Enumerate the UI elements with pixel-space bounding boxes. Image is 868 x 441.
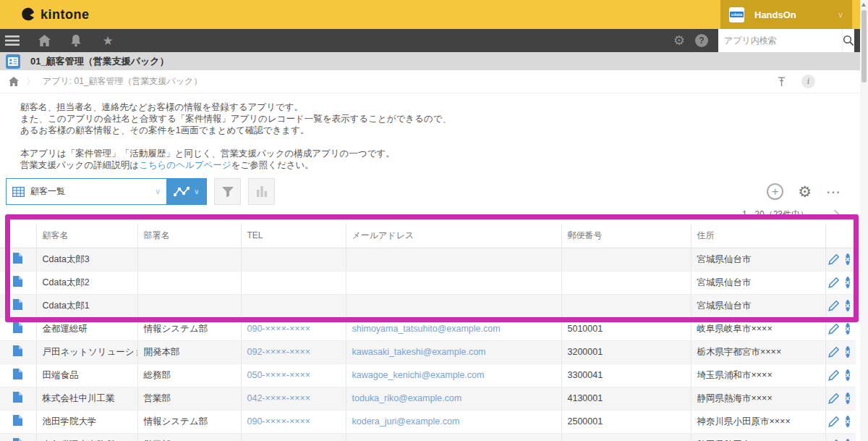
description-line: 本アプリは「案件管理」「活動履歴」と同じく、営業支援パックの構成アプリの一つです… [20, 148, 860, 159]
delete-record-icon[interactable]: × [846, 300, 850, 311]
help-page-link[interactable]: こちらのヘルプページ [139, 160, 231, 170]
delete-record-icon[interactable]: × [846, 369, 850, 381]
record-detail-icon[interactable] [13, 345, 22, 356]
hamburger-menu-icon[interactable] [4, 33, 20, 49]
record-detail-icon[interactable] [13, 438, 22, 441]
app-icon[interactable] [6, 54, 20, 69]
edit-pencil-icon[interactable] [828, 393, 839, 404]
delete-record-icon[interactable]: × [846, 416, 850, 427]
delete-record-icon[interactable]: × [846, 253, 850, 265]
address-cell: 埼玉県浦和市×××× [691, 364, 825, 387]
pin-icon[interactable] [778, 77, 786, 87]
record-detail-icon[interactable] [13, 369, 22, 379]
app-title-bar: 01_顧客管理（営業支援パック） [0, 52, 860, 70]
email-link[interactable]: kodera_juri@example.com [352, 416, 460, 427]
kintone-logo[interactable]: kintone [20, 7, 90, 22]
tel-link[interactable]: 090-××××-×××× [247, 324, 311, 334]
description-line-with-link: 営業支援パックの詳細説明はこちらのヘルプページをご参照ください。 [20, 159, 860, 171]
edit-pencil-icon[interactable] [828, 254, 839, 265]
more-options-icon[interactable]: ⋯ [826, 183, 841, 201]
table-row: 金都運総研情報システム部090-××××-××××shimoyama_tatsu… [0, 317, 856, 340]
edit-pencil-icon[interactable] [828, 416, 839, 427]
zip-cell: 4130001 [561, 387, 691, 410]
delete-record-icon[interactable]: × [846, 346, 850, 358]
column-header[interactable]: 顧客名 [36, 224, 137, 248]
email-cell: kawagoe_kenichi@example.com [346, 364, 561, 387]
record-detail-icon[interactable] [13, 322, 22, 333]
zip-cell: 2500001 [561, 410, 691, 433]
breadcrumb-current[interactable]: アプリ: 01_顧客管理（営業支援パック） [43, 75, 202, 88]
breadcrumb: 〉 アプリ: 01_顧客管理（営業支援パック） i [0, 70, 860, 93]
view-selector-dropdown[interactable]: 顧客一覧 ∨ [6, 178, 166, 205]
search-button[interactable] [842, 29, 854, 52]
user-name: HandsOn [754, 9, 838, 20]
kintone-bird-icon [20, 7, 36, 22]
record-detail-icon[interactable] [13, 392, 22, 403]
add-record-button[interactable]: + [767, 183, 783, 200]
tel-cell [241, 294, 346, 317]
zip-cell: 3200001 [561, 340, 691, 364]
app-settings-gear-icon[interactable]: ⚙ [798, 184, 812, 199]
tel-link[interactable]: 042-××××-×××× [247, 393, 311, 403]
chevron-down-icon: ∨ [155, 187, 161, 196]
record-detail-icon[interactable] [13, 276, 22, 287]
kintone-app-page: kintone cdata HandsOn ∨ ★ ⚙ ? [0, 0, 868, 441]
column-header[interactable]: 住所 [691, 224, 825, 248]
description-line [20, 136, 860, 148]
delete-record-icon[interactable]: × [846, 277, 850, 288]
scrollbar-up-arrow[interactable] [861, 3, 866, 7]
email-link[interactable]: kawasaki_takeshi@example.com [352, 347, 486, 357]
pagination-range: 1 - 20（23件中） [742, 209, 809, 221]
edit-pencil-icon[interactable] [828, 347, 839, 358]
zip-cell: 5010001 [561, 317, 691, 340]
records-body: Cdata太郎3宮城県仙台市×Cdata太郎2宮城県仙台市×Cdata太郎1宮城… [0, 248, 856, 441]
favorites-star-icon[interactable]: ★ [100, 33, 116, 49]
column-header[interactable]: 部署名 [137, 224, 241, 248]
address-cell: 岐阜県岐阜市×××× [691, 317, 825, 340]
edit-pencil-icon[interactable] [828, 324, 839, 335]
info-icon[interactable]: i [801, 75, 815, 88]
email-link[interactable]: shimoyama_tatsuhito@example.com [352, 324, 501, 334]
email-link[interactable]: toduka_riko@example.com [352, 393, 462, 403]
record-detail-icon[interactable] [13, 299, 22, 310]
edit-pencil-icon[interactable] [828, 370, 839, 381]
column-header[interactable]: TEL [241, 224, 346, 248]
notification-bell-icon[interactable] [68, 33, 84, 49]
record-detail-icon[interactable] [13, 415, 22, 426]
edit-pencil-icon[interactable] [828, 277, 839, 288]
column-header[interactable]: メールアドレス [346, 224, 561, 248]
graph-button[interactable]: ∨ [166, 178, 207, 205]
address-cell: 宮城県仙台市 [691, 294, 825, 317]
email-link[interactable]: kawagoe_kenichi@example.com [352, 370, 485, 380]
edit-pencil-icon[interactable] [828, 301, 839, 311]
zip-cell [561, 294, 691, 317]
delete-record-icon[interactable]: × [846, 323, 850, 335]
help-icon[interactable]: ? [695, 34, 708, 47]
view-toolbar: 顧客一覧 ∨ ∨ + ⚙ ⋯ [6, 178, 856, 205]
next-page-icon[interactable] [833, 209, 840, 219]
settings-gear-icon[interactable]: ⚙ [673, 34, 685, 47]
email-cell: kashiwagi_shinji@example.com [346, 433, 561, 441]
records-table: 顧客名 部署名 TEL メールアドレス 郵便番号 住所 Cdata太郎3宮城県仙… [0, 224, 856, 441]
record-detail-icon[interactable] [13, 253, 22, 264]
column-header[interactable]: 郵便番号 [561, 224, 691, 248]
delete-record-icon[interactable]: × [846, 392, 850, 404]
address-cell: 栃木県宇都宮市×××× [691, 340, 825, 364]
tel-link[interactable]: 050-××××-×××× [247, 370, 311, 380]
search-input[interactable] [718, 29, 842, 52]
breadcrumb-home-icon[interactable] [9, 77, 19, 86]
tel-link[interactable]: 090-××××-×××× [247, 416, 311, 427]
tel-link[interactable]: 092-××××-×××× [247, 347, 311, 357]
vertical-scrollbar[interactable] [860, 0, 868, 441]
scrollbar-thumb[interactable] [861, 10, 867, 83]
chevron-down-icon: ∨ [194, 188, 199, 196]
chart-button[interactable] [248, 178, 275, 205]
home-icon[interactable] [36, 33, 52, 49]
zip-cell: 3300041 [561, 364, 691, 387]
filter-button[interactable] [214, 178, 241, 205]
table-row: 株式会社中川工業営業部042-××××-××××toduka_riko@exam… [0, 387, 856, 410]
table-row: Cdata太郎2宮城県仙台市× [0, 271, 856, 294]
user-menu[interactable]: cdata HandsOn ∨ [720, 0, 852, 29]
customer-name-cell: Cdata太郎1 [36, 294, 137, 317]
tel-cell: 080-××××-×××× [241, 433, 346, 441]
